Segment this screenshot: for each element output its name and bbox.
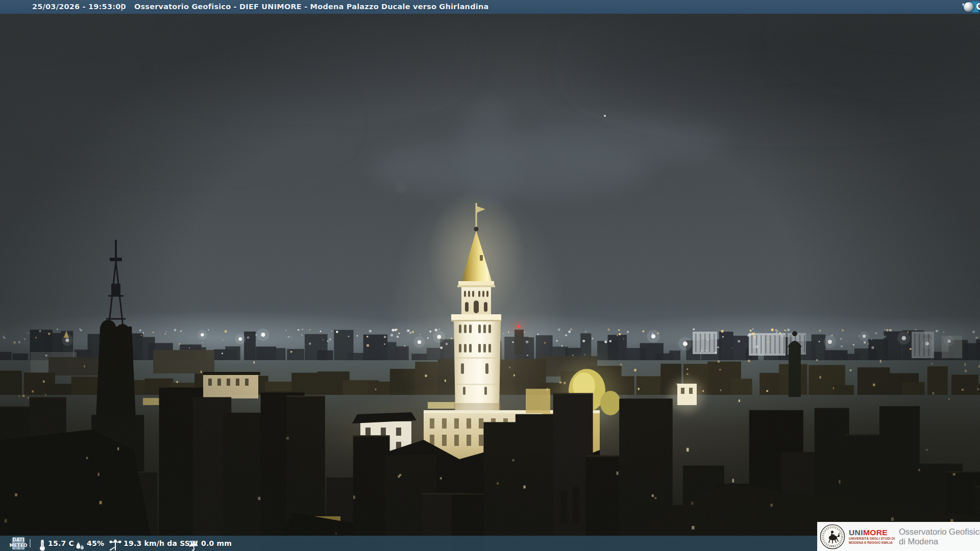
badge-line2: METEO bbox=[6, 543, 31, 548]
unimore-branding-box: UNIMORE UNIVERSITÀ DEGLI STUDI DI MODENA… bbox=[817, 522, 980, 551]
raindrops-icon bbox=[75, 538, 85, 551]
unimore-subtitle-line1: UNIVERSITÀ DEGLI STUDI DI bbox=[849, 537, 894, 541]
observatory-name-line2: di Modena bbox=[899, 537, 980, 546]
divider bbox=[30, 539, 31, 547]
temperature-value: 15.7 C bbox=[48, 536, 74, 551]
rain-value: 0.0 mm bbox=[201, 536, 232, 551]
unimore-uni: UNI bbox=[849, 528, 863, 537]
webcam-photo-modena-night bbox=[0, 0, 980, 551]
thermometer-icon bbox=[39, 537, 46, 551]
weathercam-logo: Weather CAM bbox=[962, 1, 978, 13]
unimore-wordmark: UNIMORE UNIVERSITÀ DEGLI STUDI DI MODENA… bbox=[849, 528, 894, 544]
weathercam-word-cam: CAM bbox=[976, 0, 980, 14]
weathercam-cam-box: CAM bbox=[969, 2, 978, 12]
webcam-frame: 25/03/2026 - 19:53:00 | Osservatorio Geo… bbox=[0, 0, 980, 551]
observatory-name-line1: Osservatorio Geofisico bbox=[899, 527, 980, 537]
camera-title: Osservatorio Geofisico - DIEF UNIMORE - … bbox=[134, 0, 488, 14]
anemometer-icon bbox=[108, 537, 122, 551]
unimore-seal bbox=[820, 524, 845, 549]
wind-value: 19.3 km/h da SSW bbox=[124, 536, 198, 551]
umbrella-icon bbox=[188, 538, 199, 551]
timestamp-bar: 25/03/2026 - 19:53:00 | Osservatorio Geo… bbox=[0, 0, 980, 14]
camera-lens-icon bbox=[963, 2, 974, 13]
separator: | bbox=[120, 0, 124, 14]
observatory-name: Osservatorio Geofisico di Modena bbox=[899, 527, 980, 546]
sensor-noise bbox=[0, 0, 980, 551]
unimore-subtitle-line2: MODENA E REGGIO EMILIA bbox=[849, 541, 894, 545]
badge-line1: DATI bbox=[6, 537, 31, 543]
datetime-text: 25/03/2026 - 19:53:00 bbox=[32, 0, 126, 14]
humidity-value: 45% bbox=[87, 536, 104, 551]
dati-meteo-badge: DATI METEO bbox=[6, 537, 31, 549]
unimore-more: MORE bbox=[863, 528, 888, 537]
